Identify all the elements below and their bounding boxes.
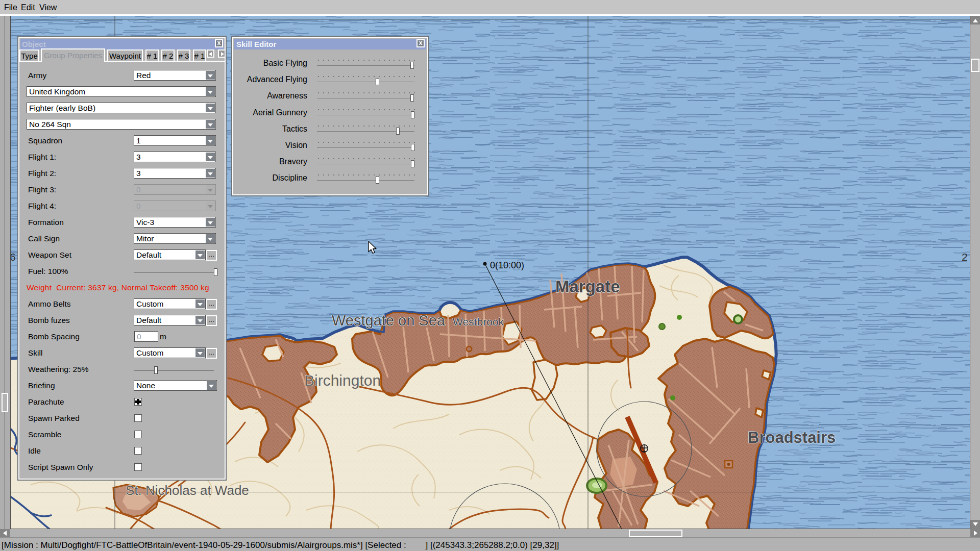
svg-text:Margate: Margate [555, 277, 620, 296]
svg-text:2: 2 [962, 251, 968, 263]
svg-text:Birchington: Birchington [304, 372, 381, 389]
svg-text:Broadstairs: Broadstairs [748, 429, 836, 446]
svg-text:0(10:00): 0(10:00) [490, 260, 524, 270]
svg-text:6: 6 [11, 251, 16, 263]
svg-text:Westgate on Sea: Westgate on Sea [332, 312, 446, 329]
svg-text:Westbrook: Westbrook [453, 316, 504, 328]
svg-text:St. Nicholas at Wade: St. Nicholas at Wade [126, 483, 249, 498]
